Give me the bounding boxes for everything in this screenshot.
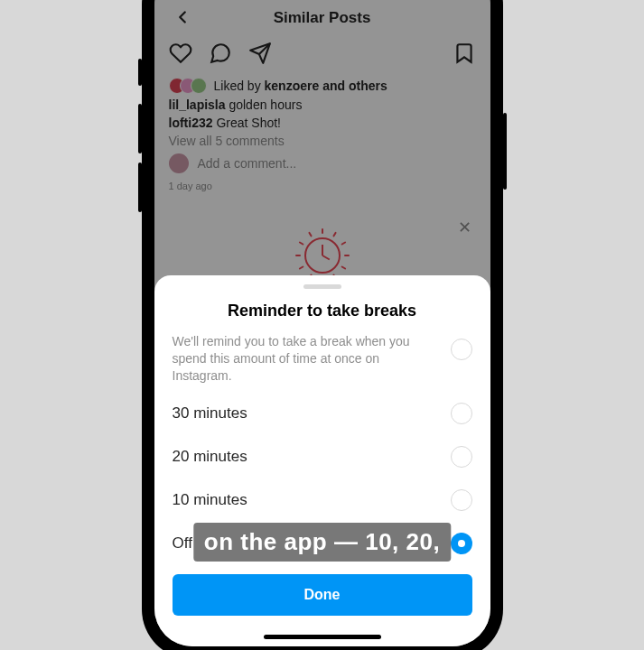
phone-side-button [138,162,142,212]
done-button[interactable]: Done [173,574,472,616]
option-30-minutes[interactable]: 30 minutes [173,392,472,435]
option-label: 20 minutes [173,448,247,466]
option-10-minutes[interactable]: 10 minutes [173,478,472,522]
sheet-grabber[interactable] [303,284,341,289]
option-label: 30 minutes [173,404,247,422]
radio-button[interactable] [451,339,472,360]
phone-side-button [138,104,142,153]
reminder-sheet: Reminder to take breaks We'll remind you… [154,275,490,646]
option-20-minutes[interactable]: 20 minutes [173,435,472,478]
phone-side-button [138,59,142,86]
option-label: Off [173,534,192,552]
sheet-title: Reminder to take breaks [173,302,472,320]
radio-button-selected[interactable] [451,533,472,554]
option-label: 10 minutes [173,491,247,509]
radio-button[interactable] [451,446,472,468]
video-caption-overlay: on the app — 10, 20, [193,523,451,562]
home-indicator[interactable] [264,635,381,639]
sheet-description: We'll remind you to take a break when yo… [173,333,472,385]
radio-button[interactable] [451,489,472,511]
phone-side-button [503,113,507,190]
radio-button[interactable] [451,403,472,424]
